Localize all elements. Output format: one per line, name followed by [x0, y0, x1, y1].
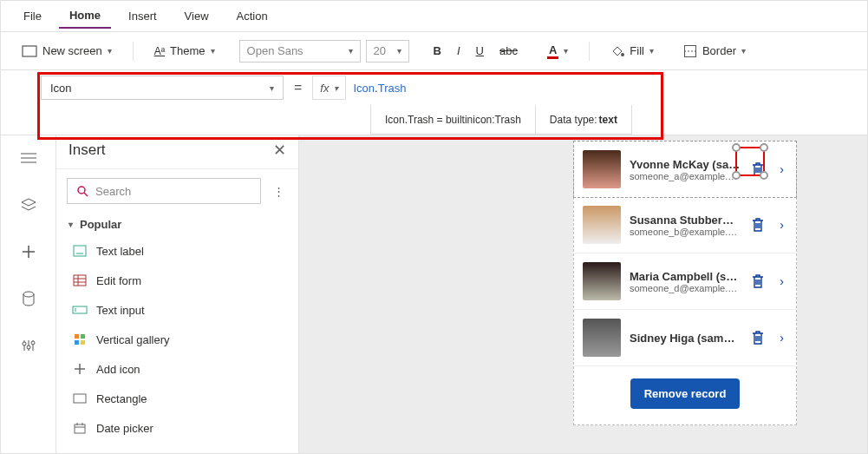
- insert-item-button[interactable]: Button: [56, 443, 298, 454]
- chevron-right-icon[interactable]: ›: [776, 218, 787, 232]
- border-label: Border: [702, 44, 736, 57]
- gallery-card[interactable]: Maria Campbell (sample) someone_d@exampl…: [574, 253, 796, 310]
- canvas[interactable]: Yvonne McKay (sample) someone_a@example.…: [299, 135, 867, 454]
- formula-evaluation: Icon.Trash = builtinicon:Trash: [370, 105, 536, 135]
- chevron-down-icon: ▾: [334, 83, 338, 93]
- menu-tab-view[interactable]: View: [174, 4, 219, 28]
- svg-rect-20: [74, 275, 86, 286]
- formula-input[interactable]: Icon.Trash: [346, 76, 867, 100]
- more-options-button[interactable]: ⋮: [270, 181, 288, 201]
- chevron-right-icon[interactable]: ›: [776, 162, 787, 176]
- insert-item-add-icon[interactable]: Add icon: [56, 354, 298, 384]
- fx-dropdown[interactable]: fx ▾: [312, 76, 346, 100]
- insert-panel-title: Insert: [69, 141, 106, 159]
- rail-data-button[interactable]: [13, 283, 44, 314]
- font-color-icon: A: [547, 43, 558, 59]
- insert-item-vertical-gallery[interactable]: Vertical gallery: [56, 325, 298, 354]
- chevron-right-icon[interactable]: ›: [776, 331, 787, 345]
- insert-item-label: Button: [96, 451, 129, 455]
- search-placeholder: Search: [95, 185, 131, 198]
- search-input[interactable]: Search: [67, 178, 261, 204]
- toolbar: New screen ▾ Aª Theme ▾ Open Sans ▾ 20 ▾…: [1, 32, 867, 70]
- border-icon: [683, 44, 697, 58]
- svg-line-17: [84, 193, 88, 196]
- insert-item-label: Add icon: [96, 363, 140, 376]
- chevron-down-icon: ▾: [108, 46, 112, 56]
- gallery[interactable]: Yvonne McKay (sample) someone_a@example.…: [573, 141, 797, 425]
- svg-point-13: [27, 345, 30, 349]
- svg-rect-26: [75, 334, 79, 339]
- menu-tab-action[interactable]: Action: [226, 4, 278, 28]
- font-name-label: Open Sans: [247, 44, 303, 57]
- trash-icon[interactable]: [748, 215, 767, 234]
- theme-button[interactable]: Aª Theme ▾: [149, 41, 220, 61]
- rail-tree-button[interactable]: [13, 142, 44, 174]
- calendar-icon: [72, 420, 88, 436]
- trash-icon[interactable]: [748, 272, 767, 291]
- underline-button[interactable]: U: [471, 41, 489, 61]
- svg-rect-32: [74, 394, 86, 403]
- chevron-right-icon[interactable]: ›: [776, 274, 787, 288]
- gallery-card[interactable]: Yvonne McKay (sample) someone_a@example.…: [573, 141, 797, 198]
- rectangle-icon: [72, 391, 88, 406]
- font-size-select[interactable]: 20 ▾: [366, 40, 409, 63]
- menu-tab-home[interactable]: Home: [59, 3, 111, 29]
- card-name: Susanna Stubberod (sample): [630, 214, 740, 227]
- chevron-down-icon: ▾: [349, 46, 353, 56]
- card-name: Sidney Higa (sample): [630, 332, 740, 345]
- svg-rect-28: [75, 340, 79, 345]
- insert-panel: Insert ✕ Search ⋮ ▾ Popular Text label E: [56, 135, 299, 454]
- svg-rect-2: [684, 45, 695, 56]
- rail-insert-button[interactable]: [13, 236, 44, 267]
- formula-member: Trash: [378, 82, 407, 95]
- card-email: someone_d@example.com: [630, 283, 740, 293]
- trash-icon[interactable]: [748, 160, 767, 179]
- rail-layers-button[interactable]: [13, 189, 44, 220]
- card-name: Yvonne McKay (sample): [630, 158, 740, 171]
- fill-icon: [610, 44, 624, 58]
- svg-point-9: [23, 292, 34, 297]
- left-rail: [1, 135, 56, 454]
- bold-button[interactable]: B: [428, 41, 447, 61]
- svg-point-16: [78, 187, 85, 194]
- insert-item-rectangle[interactable]: Rectangle: [56, 384, 298, 413]
- insert-item-text-input[interactable]: Text input: [56, 295, 298, 325]
- chevron-down-icon: ▾: [397, 46, 401, 56]
- remove-record-button[interactable]: Remove record: [630, 378, 741, 409]
- chevron-down-icon: ▾: [270, 83, 274, 93]
- svg-rect-33: [75, 424, 85, 433]
- formula-datatype: Data type: text: [536, 105, 632, 135]
- avatar: [583, 262, 621, 300]
- gallery-card[interactable]: Sidney Higa (sample) ›: [574, 310, 796, 366]
- screen-icon: [22, 45, 37, 57]
- text-input-icon: [72, 302, 88, 318]
- close-icon[interactable]: ✕: [273, 141, 286, 160]
- card-name: Maria Campbell (sample): [630, 270, 740, 283]
- fill-button[interactable]: Fill ▾: [605, 41, 659, 62]
- popular-section-header[interactable]: ▾ Popular: [56, 213, 298, 236]
- strike-button[interactable]: abc: [494, 41, 523, 61]
- font-select[interactable]: Open Sans ▾: [239, 40, 361, 63]
- formula-hint-bar: Icon.Trash = builtinicon:Trash Data type…: [370, 105, 867, 135]
- insert-item-text-label[interactable]: Text label: [56, 236, 298, 266]
- property-select[interactable]: Icon ▾: [41, 76, 284, 100]
- gallery-card[interactable]: Susanna Stubberod (sample) someone_b@exa…: [574, 197, 796, 253]
- insert-item-label: Vertical gallery: [96, 333, 170, 346]
- insert-item-date-picker[interactable]: Date picker: [56, 413, 298, 443]
- rail-settings-button[interactable]: [13, 330, 44, 361]
- fill-label: Fill: [630, 44, 644, 57]
- equals-label: =: [284, 80, 312, 95]
- svg-rect-0: [23, 46, 36, 56]
- font-color-button[interactable]: A ▾: [542, 40, 573, 63]
- popular-label: Popular: [80, 218, 121, 231]
- new-screen-button[interactable]: New screen ▾: [16, 41, 117, 61]
- menu-tab-file[interactable]: File: [13, 4, 52, 28]
- insert-item-label: Edit form: [96, 274, 141, 287]
- italic-button[interactable]: I: [452, 41, 466, 61]
- insert-item-edit-form[interactable]: Edit form: [56, 266, 298, 295]
- menu-tab-insert[interactable]: Insert: [118, 4, 167, 28]
- plus-icon: [72, 361, 88, 377]
- insert-item-label: Text label: [96, 245, 144, 258]
- trash-icon[interactable]: [748, 328, 767, 347]
- border-button[interactable]: Border ▾: [678, 41, 751, 62]
